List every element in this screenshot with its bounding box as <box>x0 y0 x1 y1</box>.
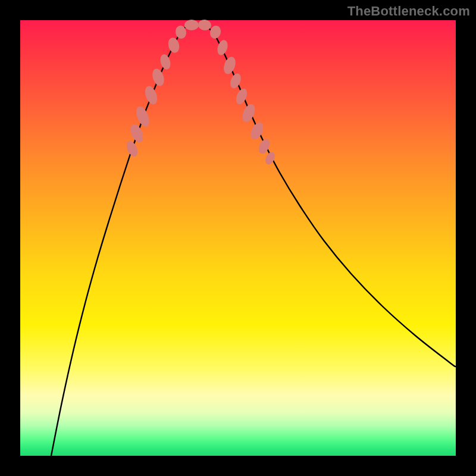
data-marker <box>167 36 181 54</box>
data-marker <box>248 121 265 142</box>
data-marker <box>159 53 173 70</box>
chart-container: TheBottleneck.com <box>0 0 476 476</box>
data-marker <box>184 20 199 30</box>
data-marker <box>151 67 166 87</box>
data-marker <box>228 72 243 90</box>
chart-svg-layer <box>20 20 456 456</box>
curve-right-branch <box>214 33 455 367</box>
data-marker <box>143 84 159 106</box>
watermark-text: TheBottleneck.com <box>347 4 470 19</box>
data-marker <box>240 102 257 124</box>
data-marker <box>124 139 140 158</box>
data-marker <box>221 55 237 76</box>
curve-left-branch <box>51 33 180 456</box>
